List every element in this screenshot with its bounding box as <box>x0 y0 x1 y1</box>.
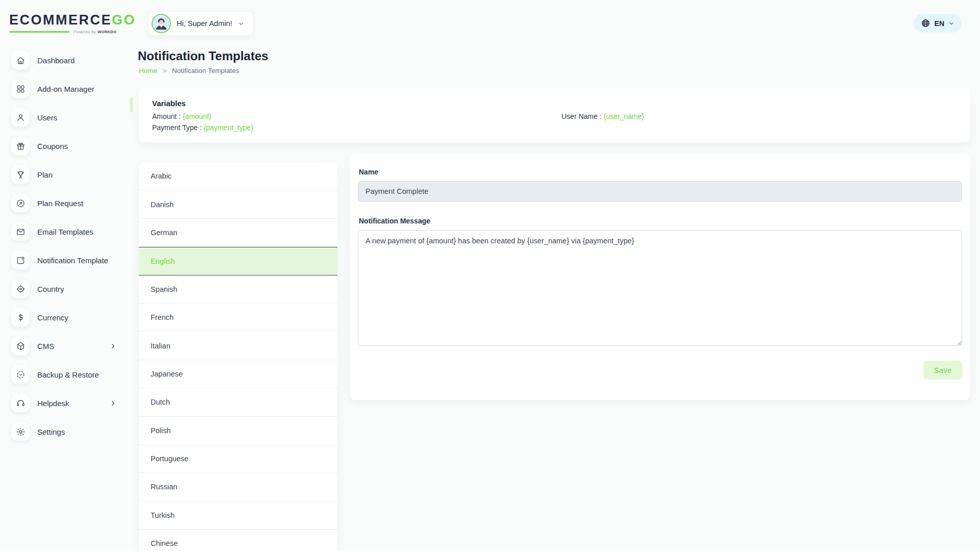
sidebar: Dashboard Add-on Manager Users Coupons <box>0 49 138 449</box>
sidebar-item[interactable]: Email Templates <box>0 220 138 243</box>
language-item-label: Italian <box>151 342 170 350</box>
gear-icon <box>11 422 30 441</box>
language-item[interactable]: Dutch <box>139 388 337 416</box>
trophy-icon <box>11 165 30 184</box>
sidebar-item[interactable]: Currency <box>0 306 138 329</box>
sidebar-item-label: Helpdesk <box>37 399 69 408</box>
dollar-icon <box>11 308 30 327</box>
greeting-text: Hi, Super Admin! <box>177 19 232 28</box>
sidebar-item[interactable]: Settings <box>0 420 138 443</box>
language-item-label: Dutch <box>151 398 170 406</box>
language-item[interactable]: French <box>139 304 337 332</box>
backup-icon <box>11 365 30 384</box>
sidebar-item-label: Add-on Manager <box>37 85 94 93</box>
breadcrumb-separator: > <box>163 67 166 74</box>
target-icon <box>11 280 30 298</box>
variables-title: Variables <box>152 99 186 108</box>
page-title: Notification Templates <box>138 49 268 63</box>
language-item[interactable]: Russian <box>139 473 337 501</box>
breadcrumb-current: Notification Templates <box>172 67 239 74</box>
sidebar-item[interactable]: Plan <box>0 163 138 186</box>
language-list: Arabic Danish German English Spanish Fre… <box>139 162 337 551</box>
sidebar-item-label: CMS <box>37 342 54 350</box>
language-item-label: Arabic <box>151 172 172 180</box>
sidebar-item[interactable]: Dashboard <box>0 49 138 71</box>
language-item-label: Chinese <box>151 539 178 547</box>
sidebar-item[interactable]: Country <box>0 278 138 300</box>
language-selector[interactable]: EN <box>914 14 962 33</box>
headset-icon <box>11 394 30 412</box>
sidebar-item-label: Coupons <box>37 142 68 151</box>
sidebar-item-label: Settings <box>37 428 65 436</box>
language-item-label: Danish <box>151 201 174 209</box>
language-item[interactable]: Turkish <box>139 502 337 530</box>
brand-tagline: Powered By WORKDO <box>74 30 116 34</box>
sidebar-item-label: Plan <box>37 170 53 179</box>
breadcrumb: Home > Notification Templates <box>139 67 239 74</box>
chevron-right-icon <box>110 400 116 407</box>
sidebar-item[interactable]: CMS <box>0 335 138 357</box>
avatar <box>152 14 171 33</box>
sidebar-item[interactable]: Helpdesk <box>0 392 138 414</box>
variable-user-name: User Name : {user_name} <box>561 112 644 120</box>
mail-icon <box>11 222 30 241</box>
name-input[interactable] <box>358 181 962 202</box>
variables-card: Variables Amount : {amount} Payment Type… <box>139 88 970 142</box>
sidebar-item[interactable]: Users <box>0 106 138 129</box>
language-item-label: Portuguese <box>151 455 188 463</box>
language-item-label: Spanish <box>151 285 177 293</box>
sidebar-item[interactable]: Plan Request <box>0 192 138 214</box>
language-item[interactable]: Japanese <box>139 360 337 388</box>
language-item[interactable]: Arabic <box>139 162 337 190</box>
sidebar-item-label: Country <box>37 285 64 293</box>
brand-name: ECOMMERCEGO <box>9 12 110 28</box>
variable-amount: Amount : {amount} <box>152 112 211 120</box>
chevron-right-icon <box>110 343 116 349</box>
language-item[interactable]: German <box>139 219 337 247</box>
sidebar-item-label: Currency <box>37 313 68 322</box>
language-item-label: Polish <box>151 427 171 435</box>
language-item-label: Russian <box>151 483 177 491</box>
language-item-label: Turkish <box>151 511 175 519</box>
language-item-label: English <box>151 257 175 265</box>
language-item[interactable]: Italian <box>139 332 337 360</box>
notification-card-icon <box>11 251 30 269</box>
grid-icon <box>11 80 30 98</box>
variable-payment-type: Payment Type : {payment_type} <box>152 123 253 132</box>
message-label: Notification Message <box>359 202 962 225</box>
template-form-card: Name Notification Message A new payment … <box>350 154 970 400</box>
sidebar-item[interactable]: Add-on Manager <box>0 78 138 100</box>
sidebar-item-label: Dashboard <box>37 56 75 65</box>
language-item[interactable]: Polish <box>139 417 337 445</box>
message-textarea[interactable]: A new payment of {amount} has been creat… <box>358 230 962 346</box>
sidebar-item-label: Backup & Restore <box>37 370 99 379</box>
globe-icon <box>921 18 930 28</box>
language-item-label: German <box>151 229 177 237</box>
name-label: Name <box>359 154 962 176</box>
chevron-down-icon <box>238 20 244 27</box>
language-item[interactable]: Chinese <box>139 530 337 551</box>
language-item[interactable]: Spanish <box>139 276 337 304</box>
language-item[interactable]: Portuguese <box>139 445 337 473</box>
language-item[interactable]: English <box>139 247 337 275</box>
breadcrumb-home-link[interactable]: Home <box>139 67 157 74</box>
gift-icon <box>11 137 30 155</box>
sidebar-item-label: Plan Request <box>37 199 83 208</box>
arrow-up-right-circle-icon <box>11 194 30 212</box>
language-code: EN <box>935 19 944 28</box>
brand-logo[interactable]: ECOMMERCEGO Powered By WORKDO <box>9 12 110 34</box>
home-icon <box>11 51 30 69</box>
user-menu-button[interactable]: Hi, Super Admin! <box>148 11 253 36</box>
language-item-label: French <box>151 313 174 321</box>
language-item-label: Japanese <box>151 370 183 378</box>
chevron-down-icon <box>948 20 954 27</box>
sidebar-item[interactable]: Backup & Restore <box>0 363 138 386</box>
save-button[interactable]: Save <box>923 361 962 380</box>
sidebar-item[interactable]: Notification Template <box>0 249 138 271</box>
sidebar-item-label: Users <box>37 113 57 122</box>
sidebar-item-label: Notification Template <box>37 256 108 265</box>
accent-sliver <box>130 97 133 112</box>
sidebar-item[interactable]: Coupons <box>0 135 138 157</box>
language-item[interactable]: Danish <box>139 190 337 218</box>
user-icon <box>11 108 30 127</box>
